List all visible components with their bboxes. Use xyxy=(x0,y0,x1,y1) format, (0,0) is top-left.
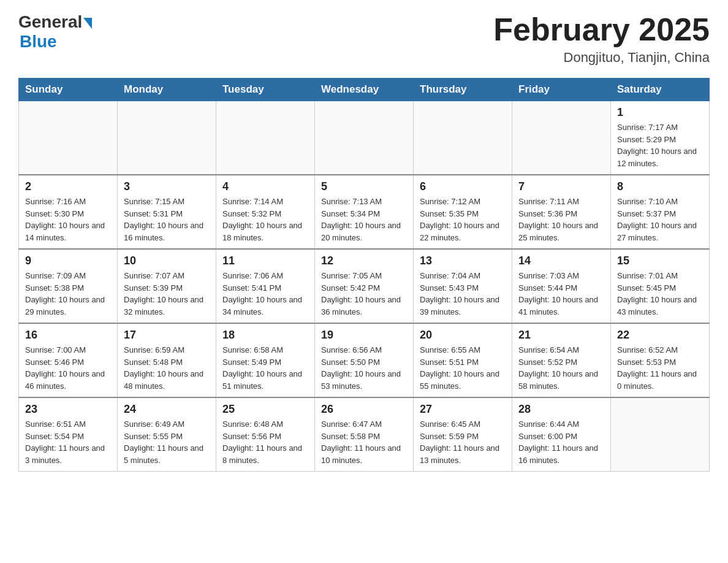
day-info: Sunrise: 6:54 AM Sunset: 5:52 PM Dayligh… xyxy=(518,344,604,392)
calendar-cell: 13Sunrise: 7:04 AM Sunset: 5:43 PM Dayli… xyxy=(414,249,512,323)
calendar-cell: 27Sunrise: 6:45 AM Sunset: 5:59 PM Dayli… xyxy=(414,397,512,472)
header-sunday: Sunday xyxy=(19,79,118,101)
calendar-week-row: 1Sunrise: 7:17 AM Sunset: 5:29 PM Daylig… xyxy=(19,101,710,175)
calendar-cell xyxy=(118,101,216,175)
day-info: Sunrise: 7:07 AM Sunset: 5:39 PM Dayligh… xyxy=(124,270,210,318)
day-number: 5 xyxy=(321,180,407,193)
calendar-cell: 22Sunrise: 6:52 AM Sunset: 5:53 PM Dayli… xyxy=(611,323,710,397)
day-number: 27 xyxy=(420,403,506,416)
day-info: Sunrise: 6:44 AM Sunset: 6:00 PM Dayligh… xyxy=(518,418,604,466)
header-tuesday: Tuesday xyxy=(216,79,315,101)
calendar-cell: 20Sunrise: 6:55 AM Sunset: 5:51 PM Dayli… xyxy=(414,323,512,397)
day-info: Sunrise: 6:51 AM Sunset: 5:54 PM Dayligh… xyxy=(25,418,111,466)
calendar-week-row: 2Sunrise: 7:16 AM Sunset: 5:30 PM Daylig… xyxy=(19,175,710,249)
calendar-week-row: 23Sunrise: 6:51 AM Sunset: 5:54 PM Dayli… xyxy=(19,397,710,472)
day-number: 18 xyxy=(222,329,308,342)
day-number: 20 xyxy=(420,329,506,342)
day-info: Sunrise: 7:11 AM Sunset: 5:36 PM Dayligh… xyxy=(518,196,604,243)
day-info: Sunrise: 7:04 AM Sunset: 5:43 PM Dayligh… xyxy=(420,270,506,318)
day-info: Sunrise: 6:52 AM Sunset: 5:53 PM Dayligh… xyxy=(617,344,703,392)
header-wednesday: Wednesday xyxy=(315,79,414,101)
day-number: 10 xyxy=(124,255,210,267)
calendar-cell: 26Sunrise: 6:47 AM Sunset: 5:58 PM Dayli… xyxy=(315,397,414,472)
day-number: 23 xyxy=(25,403,111,416)
day-info: Sunrise: 7:15 AM Sunset: 5:31 PM Dayligh… xyxy=(124,196,210,243)
day-number: 6 xyxy=(420,180,506,193)
header-monday: Monday xyxy=(118,79,216,101)
day-info: Sunrise: 6:45 AM Sunset: 5:59 PM Dayligh… xyxy=(420,418,506,466)
calendar-cell: 24Sunrise: 6:49 AM Sunset: 5:55 PM Dayli… xyxy=(118,397,216,472)
day-info: Sunrise: 6:55 AM Sunset: 5:51 PM Dayligh… xyxy=(420,344,506,392)
calendar-cell xyxy=(19,101,118,175)
day-info: Sunrise: 7:12 AM Sunset: 5:35 PM Dayligh… xyxy=(420,196,506,243)
day-info: Sunrise: 7:09 AM Sunset: 5:38 PM Dayligh… xyxy=(25,270,111,318)
day-info: Sunrise: 7:17 AM Sunset: 5:29 PM Dayligh… xyxy=(617,121,703,169)
day-info: Sunrise: 7:01 AM Sunset: 5:45 PM Dayligh… xyxy=(617,270,703,318)
calendar-cell: 14Sunrise: 7:03 AM Sunset: 5:44 PM Dayli… xyxy=(512,249,611,323)
calendar-week-row: 16Sunrise: 7:00 AM Sunset: 5:46 PM Dayli… xyxy=(19,323,710,397)
day-number: 24 xyxy=(124,403,210,416)
calendar-week-row: 9Sunrise: 7:09 AM Sunset: 5:38 PM Daylig… xyxy=(19,249,710,323)
day-number: 14 xyxy=(518,255,604,267)
calendar-table: Sunday Monday Tuesday Wednesday Thursday… xyxy=(18,78,710,472)
day-number: 25 xyxy=(222,403,308,416)
day-number: 2 xyxy=(25,180,111,193)
logo: General Blue xyxy=(18,12,92,52)
month-title: February 2025 xyxy=(493,12,710,47)
day-number: 13 xyxy=(420,255,506,267)
calendar-cell xyxy=(216,101,315,175)
day-info: Sunrise: 7:03 AM Sunset: 5:44 PM Dayligh… xyxy=(518,270,604,318)
header-friday: Friday xyxy=(512,79,611,101)
day-info: Sunrise: 7:06 AM Sunset: 5:41 PM Dayligh… xyxy=(222,270,308,318)
day-number: 19 xyxy=(321,329,407,342)
day-number: 28 xyxy=(518,403,604,416)
calendar-header: Sunday Monday Tuesday Wednesday Thursday… xyxy=(19,79,710,101)
calendar-cell: 1Sunrise: 7:17 AM Sunset: 5:29 PM Daylig… xyxy=(611,101,710,175)
logo-blue-text: Blue xyxy=(20,32,57,52)
calendar-cell: 2Sunrise: 7:16 AM Sunset: 5:30 PM Daylig… xyxy=(19,175,118,249)
day-number: 21 xyxy=(518,329,604,342)
day-number: 7 xyxy=(518,180,604,193)
calendar-cell: 23Sunrise: 6:51 AM Sunset: 5:54 PM Dayli… xyxy=(19,397,118,472)
calendar-cell: 21Sunrise: 6:54 AM Sunset: 5:52 PM Dayli… xyxy=(512,323,611,397)
calendar-cell xyxy=(512,101,611,175)
day-info: Sunrise: 7:14 AM Sunset: 5:32 PM Dayligh… xyxy=(222,196,308,243)
calendar-cell: 15Sunrise: 7:01 AM Sunset: 5:45 PM Dayli… xyxy=(611,249,710,323)
day-info: Sunrise: 7:13 AM Sunset: 5:34 PM Dayligh… xyxy=(321,196,407,243)
calendar-cell: 10Sunrise: 7:07 AM Sunset: 5:39 PM Dayli… xyxy=(118,249,216,323)
calendar-cell: 28Sunrise: 6:44 AM Sunset: 6:00 PM Dayli… xyxy=(512,397,611,472)
calendar-cell: 12Sunrise: 7:05 AM Sunset: 5:42 PM Dayli… xyxy=(315,249,414,323)
calendar-cell: 7Sunrise: 7:11 AM Sunset: 5:36 PM Daylig… xyxy=(512,175,611,249)
day-number: 4 xyxy=(222,180,308,193)
day-info: Sunrise: 6:47 AM Sunset: 5:58 PM Dayligh… xyxy=(321,418,407,466)
calendar-cell: 4Sunrise: 7:14 AM Sunset: 5:32 PM Daylig… xyxy=(216,175,315,249)
calendar-cell: 6Sunrise: 7:12 AM Sunset: 5:35 PM Daylig… xyxy=(414,175,512,249)
day-number: 9 xyxy=(25,255,111,267)
calendar-cell: 3Sunrise: 7:15 AM Sunset: 5:31 PM Daylig… xyxy=(118,175,216,249)
day-number: 22 xyxy=(617,329,703,342)
day-number: 11 xyxy=(222,255,308,267)
calendar-cell: 19Sunrise: 6:56 AM Sunset: 5:50 PM Dayli… xyxy=(315,323,414,397)
calendar-cell xyxy=(611,397,710,472)
day-number: 15 xyxy=(617,255,703,267)
header-thursday: Thursday xyxy=(414,79,512,101)
calendar-cell xyxy=(315,101,414,175)
day-number: 1 xyxy=(617,106,703,119)
calendar-cell: 11Sunrise: 7:06 AM Sunset: 5:41 PM Dayli… xyxy=(216,249,315,323)
title-section: February 2025 Dongjituo, Tianjin, China xyxy=(493,12,710,66)
day-info: Sunrise: 6:58 AM Sunset: 5:49 PM Dayligh… xyxy=(222,344,308,392)
calendar-body: 1Sunrise: 7:17 AM Sunset: 5:29 PM Daylig… xyxy=(19,101,710,472)
calendar-cell: 8Sunrise: 7:10 AM Sunset: 5:37 PM Daylig… xyxy=(611,175,710,249)
calendar-cell: 25Sunrise: 6:48 AM Sunset: 5:56 PM Dayli… xyxy=(216,397,315,472)
calendar-cell: 16Sunrise: 7:00 AM Sunset: 5:46 PM Dayli… xyxy=(19,323,118,397)
calendar-cell xyxy=(414,101,512,175)
calendar-cell: 5Sunrise: 7:13 AM Sunset: 5:34 PM Daylig… xyxy=(315,175,414,249)
day-info: Sunrise: 6:59 AM Sunset: 5:48 PM Dayligh… xyxy=(124,344,210,392)
calendar-cell: 18Sunrise: 6:58 AM Sunset: 5:49 PM Dayli… xyxy=(216,323,315,397)
day-number: 17 xyxy=(124,329,210,342)
day-info: Sunrise: 7:00 AM Sunset: 5:46 PM Dayligh… xyxy=(25,344,111,392)
day-info: Sunrise: 6:48 AM Sunset: 5:56 PM Dayligh… xyxy=(222,418,308,466)
day-number: 12 xyxy=(321,255,407,267)
day-info: Sunrise: 6:49 AM Sunset: 5:55 PM Dayligh… xyxy=(124,418,210,466)
day-number: 26 xyxy=(321,403,407,416)
